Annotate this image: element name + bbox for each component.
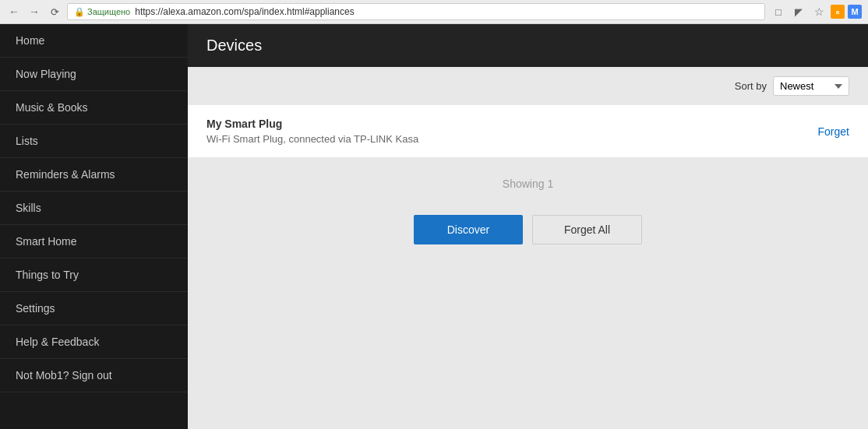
security-badge: 🔒 Защищено [74,7,130,17]
sidebar-item-skills[interactable]: Skills [0,192,188,225]
cast-button[interactable]: ◤ [790,3,807,20]
browser-chrome: ← → ⟳ 🔒 Защищено https://alexa.amazon.co… [0,0,868,24]
sort-bar: Sort by Newest Oldest Name A-Z Name Z-A [188,67,868,105]
sidebar-item-home[interactable]: Home [0,24,188,58]
forget-button[interactable]: Forget [818,125,849,138]
m-extension-icon[interactable]: M [848,5,862,19]
device-description: Wi-Fi Smart Plug, connected via TP-LINK … [206,133,418,145]
action-buttons: Discover Forget All [188,209,868,263]
app-container: Home Now Playing Music & Books Lists Rem… [0,24,868,429]
device-card: My Smart Plug Wi-Fi Smart Plug, connecte… [188,105,868,157]
sidebar: Home Now Playing Music & Books Lists Rem… [0,24,188,429]
extensions-button[interactable]: □ [770,3,787,20]
browser-extension-icons: □ ◤ ☆ a M [770,3,862,20]
forward-button[interactable]: → [26,4,42,19]
main-content: Devices Sort by Newest Oldest Name A-Z N… [188,24,868,429]
sidebar-item-smart-home[interactable]: Smart Home [0,225,188,258]
forget-all-button[interactable]: Forget All [532,215,642,244]
sidebar-item-music-books[interactable]: Music & Books [0,91,188,125]
discover-button[interactable]: Discover [414,215,523,244]
sidebar-item-things-to-try[interactable]: Things to Try [0,258,188,292]
showing-count: Showing 1 [188,159,868,209]
sort-select[interactable]: Newest Oldest Name A-Z Name Z-A [773,76,849,96]
page-title: Devices [206,37,849,55]
sidebar-item-help-feedback[interactable]: Help & Feedback [0,325,188,359]
page-header: Devices [188,24,868,67]
url-text: https://alexa.amazon.com/spa/index.html#… [135,6,355,17]
bookmark-button[interactable]: ☆ [810,3,827,20]
device-info: My Smart Plug Wi-Fi Smart Plug, connecte… [206,118,418,145]
browser-toolbar: ← → ⟳ 🔒 Защищено https://alexa.amazon.co… [0,0,868,23]
back-button[interactable]: ← [6,4,22,19]
address-bar[interactable]: 🔒 Защищено https://alexa.amazon.com/spa/… [67,3,765,20]
sidebar-item-lists[interactable]: Lists [0,125,188,158]
device-name: My Smart Plug [206,118,418,130]
amazon-extension-icon[interactable]: a [831,5,845,19]
sidebar-item-sign-out[interactable]: Not Mob1? Sign out [0,359,188,392]
cast-icon: ◤ [795,6,803,18]
reload-button[interactable]: ⟳ [47,4,62,19]
extensions-icon: □ [775,6,782,18]
sidebar-item-settings[interactable]: Settings [0,292,188,325]
lock-icon: 🔒 [74,7,85,17]
security-label: Защищено [87,7,130,16]
sort-label: Sort by [735,80,767,92]
sidebar-item-reminders-alarms[interactable]: Reminders & Alarms [0,158,188,192]
content-area: Sort by Newest Oldest Name A-Z Name Z-A … [188,67,868,429]
sidebar-item-now-playing[interactable]: Now Playing [0,58,188,91]
